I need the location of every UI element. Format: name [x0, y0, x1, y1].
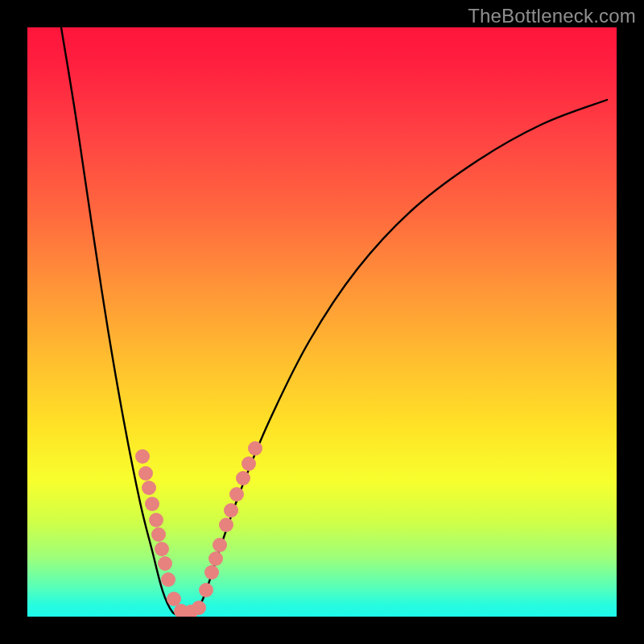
- data-marker: [161, 572, 175, 587]
- data-marker: [142, 481, 156, 495]
- curve-layer: [27, 27, 617, 617]
- data-marker: [219, 518, 233, 532]
- plot-area: [27, 27, 617, 617]
- data-marker: [192, 601, 206, 615]
- data-marker: [236, 471, 250, 485]
- data-marker: [213, 538, 227, 552]
- chart-frame: TheBottleneck.com: [0, 0, 644, 644]
- data-marker: [167, 592, 181, 606]
- data-marker: [208, 551, 223, 566]
- data-marker: [229, 487, 244, 502]
- watermark-text: TheBottleneck.com: [468, 5, 636, 27]
- marker-layer: [135, 441, 262, 617]
- data-marker: [151, 527, 166, 542]
- data-marker: [135, 449, 150, 464]
- data-marker: [248, 441, 262, 456]
- bottleneck-curve: [61, 27, 607, 616]
- data-marker: [204, 565, 219, 580]
- data-marker: [158, 556, 172, 571]
- data-marker: [149, 513, 163, 527]
- data-marker: [138, 466, 153, 481]
- data-marker: [155, 542, 169, 556]
- data-marker: [242, 456, 256, 471]
- data-marker: [199, 583, 213, 597]
- data-marker: [145, 497, 159, 511]
- data-marker: [224, 503, 238, 518]
